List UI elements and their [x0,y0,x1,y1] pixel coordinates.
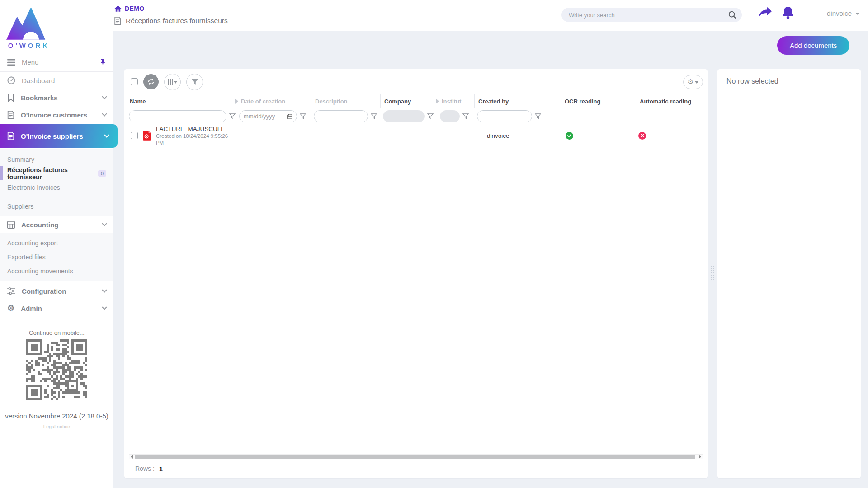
bookmark-icon [7,94,14,102]
row-ocr-reading-cell [560,132,635,140]
refresh-button[interactable] [143,74,159,89]
global-search [561,8,742,22]
share-forward-icon[interactable] [758,7,772,19]
submenu-item-accounting-export[interactable]: Accounting export [0,236,113,250]
menu-label: Menu [22,58,39,66]
row-checkbox[interactable] [131,132,138,139]
scroll-right-arrow-icon[interactable] [699,455,701,459]
description-filter-input[interactable] [314,110,368,122]
sidebar-item-accounting[interactable]: Accounting [0,216,113,233]
created-by-filter-input[interactable] [477,110,532,122]
documents-table-card: ⚙ Name Date of creation Description Comp… [124,69,708,478]
sidebar-item-label: Dashboard [22,77,55,84]
scrollbar-thumb[interactable] [135,455,695,459]
dashboard-gauge-icon [7,76,15,84]
submenu-divider [7,197,106,197]
table-row[interactable]: FACTURE_MAJUSCULE Created on 10/24/2024 … [129,125,703,146]
chevron-down-icon [102,111,107,116]
columns-button[interactable] [164,74,181,90]
home-icon [114,5,122,12]
table-header-row: Name Date of creation Description Compan… [129,94,703,108]
filter-created-by [475,110,560,122]
chevron-down-icon [102,221,107,226]
calendar-icon [287,114,292,119]
filter-funnel-icon[interactable] [535,113,541,119]
sidebar-item-admin[interactable]: ⚙ Admin [0,300,113,317]
brand-wordmark: O'WORK [6,42,52,49]
suppliers-submenu: Summary Réceptions factures fournisseur … [0,149,113,216]
search-input[interactable] [569,12,728,19]
submenu-item-exported-files[interactable]: Exported files [0,250,113,264]
sidebar-item-label: Bookmarks [21,94,58,102]
sidebar-item-oinvoice-customers[interactable]: O'Invoice customers [0,106,113,123]
column-header-ocr-reading[interactable]: OCR reading [560,94,635,108]
columns-icon [168,79,173,85]
sidebar-item-label: Admin [21,305,42,312]
document-name-stack: FACTURE_MAJUSCULE Created on 10/24/2024 … [156,126,236,146]
submenu-item-accounting-movements[interactable]: Accounting movements [0,264,113,278]
horizontal-scrollbar[interactable] [129,454,703,459]
details-panel: No row selected [717,69,861,478]
filter-funnel-icon[interactable] [427,113,434,119]
mobile-qr-code [26,339,87,400]
filter-company [381,110,437,122]
notifications-bell-icon[interactable] [782,7,794,19]
filter-funnel-icon[interactable] [371,113,377,119]
company-filter-input-disabled [383,110,425,122]
chevron-down-icon [104,132,109,137]
table-settings-button[interactable]: ⚙ [683,75,703,89]
column-header-company[interactable]: Company [381,94,437,108]
panel-resize-handle[interactable] [711,266,714,282]
search-icon[interactable] [728,11,736,19]
sidebar-item-oinvoice-suppliers-active[interactable]: O'Invoice suppliers [0,124,118,148]
hamburger-icon[interactable] [7,59,15,66]
add-documents-button[interactable]: Add documents [777,36,849,55]
app-logo[interactable]: O'WORK [6,5,52,49]
active-indicator-bar [0,166,3,180]
column-header-date-of-creation[interactable]: Date of creation [236,94,311,108]
submenu-label: Réceptions factures fournisseur [7,166,95,181]
sidebar-item-dashboard[interactable]: Dashboard [0,72,113,89]
app-version-text: version Novembre 2024 (2.18.0-5) [0,412,113,420]
filter-funnel-icon[interactable] [462,113,469,119]
user-menu[interactable]: dinvoice [827,9,860,17]
submenu-item-receptions-factures[interactable]: Réceptions factures fournisseur 0 [0,166,113,180]
filter-institution [437,110,475,122]
column-header-name[interactable]: Name [129,94,236,108]
filter-funnel-icon[interactable] [229,113,236,119]
user-name: dinvoice [827,9,852,17]
automatic-reading-error-icon [638,132,646,140]
sidebar-item-label: Configuration [22,287,66,295]
column-header-description[interactable]: Description [311,94,381,108]
select-all-checkbox[interactable] [131,78,138,85]
sidebar-item-bookmarks[interactable]: Bookmarks [0,89,113,106]
pin-sidebar-icon[interactable] [99,59,106,66]
ocr-success-icon [566,132,573,140]
filter-funnel-icon[interactable] [300,113,306,119]
legal-notice-link[interactable]: Legal notice [0,424,113,429]
submenu-item-suppliers[interactable]: Suppliers [0,199,113,213]
row-name-cell: FACTURE_MAJUSCULE Created on 10/24/2024 … [129,126,236,146]
filter-button[interactable] [186,74,203,90]
column-header-automatic-reading[interactable]: Automatic reading [635,94,703,108]
name-filter-input[interactable] [129,110,226,122]
no-row-selected-text: No row selected [726,77,852,85]
column-header-created-by[interactable]: Created by [475,94,560,108]
submenu-item-summary[interactable]: Summary [0,152,113,166]
chevron-down-icon [102,287,107,292]
scroll-left-arrow-icon[interactable] [131,455,133,459]
document-name: FACTURE_MAJUSCULE [156,126,225,132]
submenu-label: Exported files [7,253,46,261]
continue-on-mobile-text: Continue on mobile... [0,329,113,336]
document-created-on: Created on 10/24/2024 9:55:26 PM [156,133,228,145]
submenu-label: Summary [7,156,34,163]
date-filter-input[interactable]: mm/dd/yyyy [239,110,297,122]
submenu-label: Accounting movements [7,267,73,275]
count-badge: 0 [98,170,106,177]
sidebar-item-label: Accounting [21,221,59,229]
sidebar-item-configuration[interactable]: Configuration [0,282,113,300]
breadcrumb[interactable]: DEMO [114,5,145,12]
submenu-item-electronic-invoices[interactable]: Electronic Invoices [0,180,113,194]
filter-funnel-icon [191,79,198,85]
column-header-institution[interactable]: Institut... [437,94,475,108]
